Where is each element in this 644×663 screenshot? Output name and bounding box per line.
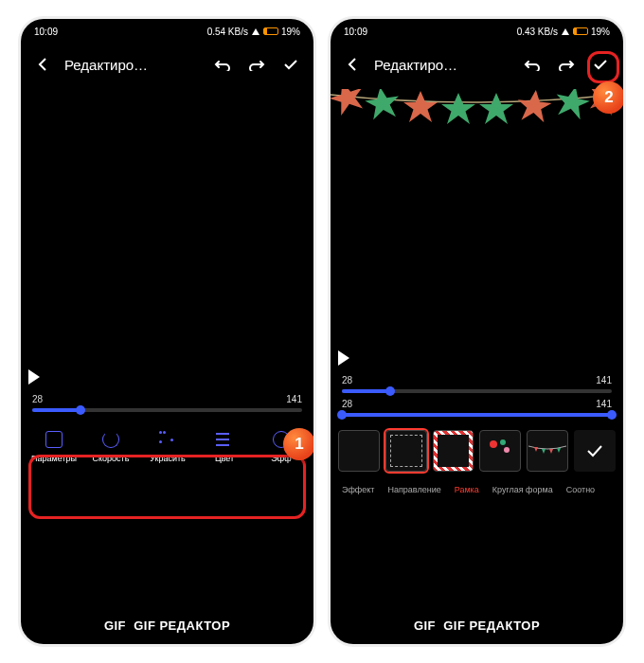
svg-marker-6 xyxy=(552,89,592,120)
status-bar: 10:09 0.54 KB/s 19% xyxy=(21,19,313,44)
editor-canvas[interactable] xyxy=(21,85,313,388)
page-title: Редактиро… xyxy=(374,57,511,73)
svg-marker-5 xyxy=(516,89,553,123)
status-right: 0.54 KB/s 19% xyxy=(207,27,300,37)
svg-marker-7 xyxy=(584,89,615,117)
confirm-button[interactable] xyxy=(277,51,304,78)
svg-marker-12 xyxy=(542,449,546,454)
back-button[interactable] xyxy=(30,51,57,78)
svg-point-9 xyxy=(500,439,506,445)
frame-option-dashed[interactable] xyxy=(385,430,427,472)
play-button[interactable] xyxy=(28,369,40,385)
timeline-end: 141 xyxy=(286,394,302,404)
bottom-toolbar: Параметры Скорость Украсить Цвет Эфф xyxy=(21,420,313,471)
tool-decorate[interactable]: Украсить xyxy=(140,431,195,463)
tab-direction[interactable]: Направление xyxy=(382,485,446,494)
gif-logo: GIF xyxy=(414,618,436,633)
status-time: 10:09 xyxy=(34,27,58,37)
editor-canvas[interactable] xyxy=(331,85,623,369)
frame-option-candy[interactable] xyxy=(433,430,474,472)
svg-marker-2 xyxy=(403,91,438,122)
app-bar: Редактиро… xyxy=(331,44,623,85)
footer-label: GIF РЕДАКТОР xyxy=(134,618,230,633)
footer-brand: GIF GIF РЕДАКТОР xyxy=(21,618,313,633)
app-bar: Редактиро… xyxy=(21,44,313,85)
svg-marker-11 xyxy=(534,447,538,452)
range-start: 28 xyxy=(342,399,352,409)
phone-left: 10:09 0.54 KB/s 19% Редактиро… 28 xyxy=(21,19,313,644)
tool-color[interactable]: Цвет xyxy=(197,431,252,463)
svg-marker-3 xyxy=(441,93,475,124)
redo-button[interactable] xyxy=(243,51,270,78)
tab-effect[interactable]: Эффект xyxy=(336,485,380,494)
footer-brand: GIF GIF РЕДАКТОР xyxy=(331,618,623,633)
tab-round-shape[interactable]: Круглая форма xyxy=(487,485,559,494)
frame-option-none[interactable] xyxy=(338,430,380,472)
status-bar: 10:09 0.43 KB/s 19% xyxy=(331,19,623,44)
sliders-icon xyxy=(216,431,233,448)
bunting-frame-overlay xyxy=(331,89,615,140)
seek-track[interactable] xyxy=(342,389,612,393)
confirm-button[interactable] xyxy=(587,51,614,78)
tool-parameters[interactable]: Параметры xyxy=(27,431,81,463)
redo-button[interactable] xyxy=(553,51,580,78)
category-tabs: Эффект Направление Рамка Круглая форма С… xyxy=(331,477,623,502)
frame-strip xyxy=(331,424,623,477)
footer-label: GIF РЕДАКТОР xyxy=(443,618,540,633)
timeline: 28 141 xyxy=(21,388,313,420)
page-title: Редактиро… xyxy=(64,57,202,73)
timeline: 28 141 28 141 xyxy=(331,369,623,424)
range-end: 141 xyxy=(596,399,612,409)
tab-frame[interactable]: Рамка xyxy=(449,485,485,494)
gauge-icon xyxy=(102,431,119,448)
status-time: 10:09 xyxy=(344,27,367,37)
svg-marker-14 xyxy=(557,448,561,453)
effects-icon xyxy=(273,431,290,448)
svg-marker-4 xyxy=(479,93,513,124)
svg-point-10 xyxy=(504,447,510,453)
svg-marker-13 xyxy=(549,449,553,454)
status-right: 0.43 KB/s 19% xyxy=(517,27,610,37)
timeline-start: 28 xyxy=(32,394,43,404)
range-track[interactable] xyxy=(342,413,612,417)
seek-track[interactable] xyxy=(32,408,302,412)
tool-effects[interactable]: Эфф xyxy=(254,431,309,463)
svg-point-8 xyxy=(490,440,497,448)
undo-button[interactable] xyxy=(519,51,546,78)
svg-marker-1 xyxy=(364,89,402,120)
frame-option-balloons[interactable] xyxy=(479,430,521,472)
gif-logo: GIF xyxy=(104,618,126,633)
sparkle-icon xyxy=(159,431,176,448)
timeline-end: 141 xyxy=(596,375,612,385)
play-button[interactable] xyxy=(338,350,349,366)
phone-right: 10:09 0.43 KB/s 19% Редактиро… xyxy=(331,19,623,644)
back-button[interactable] xyxy=(340,51,367,78)
tab-aspect[interactable]: Соотно xyxy=(561,485,600,494)
svg-marker-0 xyxy=(331,89,368,117)
frame-option-bunting[interactable] xyxy=(527,430,568,472)
frame-apply-check[interactable] xyxy=(574,430,616,472)
grid-icon xyxy=(45,431,63,448)
timeline-start: 28 xyxy=(342,375,352,385)
tool-speed[interactable]: Скорость xyxy=(83,431,138,463)
undo-button[interactable] xyxy=(209,51,236,78)
